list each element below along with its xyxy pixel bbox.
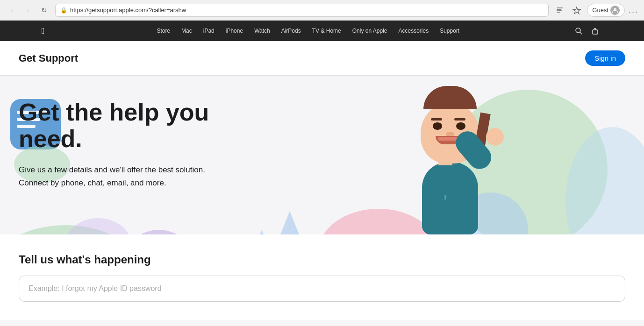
svg-line-2 — [580, 32, 582, 34]
page-content: Get Support Sign in — [0, 41, 644, 320]
browser-actions: Guest ... — [553, 4, 638, 17]
guest-avatar — [610, 6, 620, 15]
nav-item-accessories[interactable]: Accessories — [393, 21, 434, 41]
nav-buttons: ‹ › ↻ — [6, 4, 50, 17]
address-bar[interactable]: 🔒 https://getsupport.apple.com/?caller=a… — [55, 4, 549, 17]
tell-us-title: Tell us what's happening — [19, 253, 625, 266]
svg-point-18 — [65, 218, 131, 234]
hero-text: Get the help you need. Give us a few det… — [19, 99, 252, 189]
favorites-button[interactable] — [570, 4, 583, 17]
reader-mode-button[interactable] — [553, 4, 566, 17]
forward-button[interactable]: › — [21, 4, 35, 17]
nav-links: Store Mac iPad iPhone Watch AirPods TV &… — [151, 21, 465, 41]
nav-item-airpods[interactable]: AirPods — [276, 21, 307, 41]
search-icon-button[interactable] — [572, 21, 586, 41]
svg-rect-3 — [593, 30, 598, 34]
url-text: https://getsupport.apple.com/?caller=ars… — [70, 7, 186, 14]
support-header: Get Support Sign in — [0, 41, 644, 76]
hero-section:  — [0, 76, 644, 234]
nav-item-tv-home[interactable]: TV & Home — [307, 21, 347, 41]
nav-item-only-on-apple[interactable]: Only on Apple — [347, 21, 393, 41]
hero-title: Get the help you need. — [19, 99, 252, 152]
nav-item-iphone[interactable]: iPhone — [220, 21, 249, 41]
page-title: Get Support — [19, 52, 78, 64]
browser-chrome: ‹ › ↻ 🔒 https://getsupport.apple.com/?ca… — [0, 0, 644, 21]
nav-item-mac[interactable]: Mac — [176, 21, 198, 41]
hero-subtitle-line2: Connect by phone, chat, email, and more. — [19, 177, 252, 189]
nav-item-ipad[interactable]: iPad — [198, 21, 220, 41]
guest-button[interactable]: Guest — [587, 4, 625, 17]
apple-navbar:  Store Mac iPad iPhone Watch AirPods TV… — [0, 21, 644, 41]
search-input-wrapper — [19, 276, 625, 302]
nav-item-watch[interactable]: Watch — [249, 21, 276, 41]
support-search-input[interactable] — [19, 276, 625, 301]
nav-item-store[interactable]: Store — [151, 21, 176, 41]
sign-in-button[interactable]: Sign in — [585, 50, 625, 66]
hero-subtitle-line1: Give us a few details and we'll offer th… — [19, 163, 252, 176]
nav-inner:  Store Mac iPad iPhone Watch AirPods TV… — [42, 21, 602, 41]
reload-button[interactable]: ↻ — [37, 4, 50, 17]
guest-label: Guest — [592, 7, 608, 14]
svg-point-5 — [117, 230, 201, 234]
back-button[interactable]: ‹ — [6, 4, 19, 17]
nav-icons — [572, 21, 602, 41]
nav-item-support[interactable]: Support — [434, 21, 465, 41]
lock-icon: 🔒 — [60, 7, 67, 14]
apple-logo[interactable]:  — [42, 26, 45, 36]
memoji-character:  — [415, 90, 490, 234]
bag-icon-button[interactable] — [588, 21, 602, 41]
svg-marker-7 — [252, 211, 327, 234]
tell-us-section: Tell us what's happening — [0, 234, 644, 320]
more-button[interactable]: ... — [629, 5, 638, 15]
